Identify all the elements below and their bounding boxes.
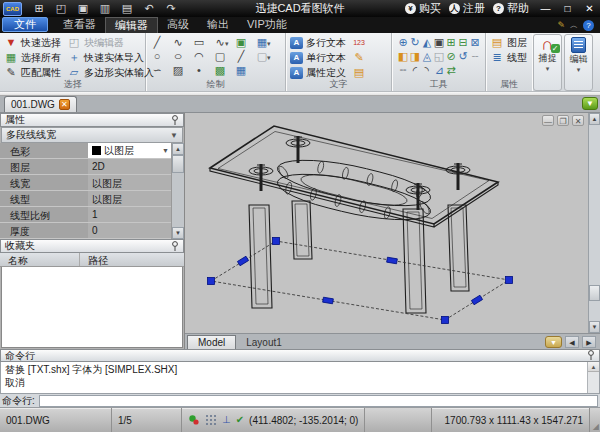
- polygon-icon[interactable]: ▢: [213, 50, 227, 63]
- menu-tab-advanced[interactable]: 高级: [158, 17, 198, 33]
- open-file-icon[interactable]: ◰: [53, 2, 69, 15]
- menu-tab-output[interactable]: 输出: [198, 17, 238, 33]
- quick-select-button[interactable]: ▼快速选择: [4, 35, 61, 50]
- command-scrollbar[interactable]: ▲: [587, 362, 599, 393]
- polyline-icon[interactable]: ∿: [171, 36, 185, 49]
- canvas-vertical-scrollbar[interactable]: ▲ ▼: [588, 113, 600, 333]
- hatch-icon[interactable]: ▨: [171, 64, 185, 77]
- help-button[interactable]: ?帮助: [491, 1, 531, 16]
- property-row-linetype-scale[interactable]: 线型比例1: [0, 207, 184, 223]
- scrollbar-thumb[interactable]: [172, 155, 184, 173]
- undo-icon[interactable]: ↶: [141, 2, 157, 15]
- layout-list-chevron-icon[interactable]: ▼: [545, 336, 562, 348]
- register-button[interactable]: 人注册: [447, 1, 487, 16]
- block-editor-button[interactable]: ◰块编辑器: [67, 35, 154, 50]
- arc-icon[interactable]: ◠: [192, 50, 206, 63]
- model-tab[interactable]: Model: [187, 335, 236, 349]
- property-row-lineweight[interactable]: 线宽以图层: [0, 175, 184, 191]
- property-row-layer[interactable]: 图层2D: [0, 159, 184, 175]
- favorites-list[interactable]: [1, 267, 183, 348]
- redo-icon[interactable]: ↷: [163, 2, 179, 15]
- drawing-canvas[interactable]: — ❐ ✕: [185, 113, 600, 333]
- favorites-path-column[interactable]: 路径: [80, 253, 160, 266]
- maximize-button[interactable]: □: [560, 3, 575, 14]
- rectangle-icon[interactable]: ▭: [192, 36, 206, 49]
- menu-tab-file[interactable]: 文件: [2, 17, 48, 32]
- ellipse-icon[interactable]: ○: [169, 50, 188, 63]
- command-history[interactable]: 替换 [TXT.shx] 字体为 [SIMPLEX.SHX] 取消 ▲: [0, 362, 600, 394]
- numbering-button[interactable]: 123: [352, 35, 366, 50]
- close-button[interactable]: ✕: [582, 3, 597, 14]
- snap-button[interactable]: ∩✓ 捕捉 ▾: [533, 34, 562, 91]
- offset-icon[interactable]: ⊠: [468, 36, 482, 49]
- panel-chevron-icon[interactable]: ▼: [582, 97, 598, 110]
- spline-icon[interactable]: ∿▾: [213, 36, 234, 49]
- resize-grip[interactable]: ◢: [590, 408, 600, 432]
- scroll-down-icon[interactable]: ▼: [589, 321, 600, 333]
- edit-text-button[interactable]: ✎: [352, 50, 366, 65]
- pin-icon[interactable]: [587, 350, 595, 361]
- circle-icon[interactable]: ○: [150, 50, 164, 63]
- menu-tab-vip[interactable]: VIP功能: [238, 17, 296, 33]
- construction-line-icon[interactable]: ╱: [234, 50, 248, 63]
- property-row-thickness[interactable]: 厚度0: [0, 223, 184, 239]
- ortho-icon[interactable]: ⊥: [222, 415, 231, 425]
- menu-tab-viewer[interactable]: 查看器: [54, 17, 105, 33]
- scroll-up-icon[interactable]: ▲: [589, 113, 600, 125]
- print-icon[interactable]: ▤: [119, 2, 135, 15]
- grid-snap-icon[interactable]: [205, 414, 217, 426]
- point-icon[interactable]: •: [192, 64, 206, 77]
- scrollbar-thumb[interactable]: [589, 285, 600, 301]
- property-row-linetype[interactable]: 线型以图层: [0, 191, 184, 207]
- dash-style-icon[interactable]: ╌: [468, 50, 482, 63]
- region-icon[interactable]: ▦▾: [255, 36, 276, 49]
- mdi-close-icon[interactable]: ✕: [572, 115, 584, 126]
- edit-mode-button[interactable]: 编辑 ▾: [564, 34, 593, 91]
- group-tool-icon[interactable]: ▢▾: [255, 50, 276, 63]
- entity-type-selector[interactable]: 多段线线宽▼: [1, 127, 183, 143]
- mdi-minimize-icon[interactable]: —: [542, 115, 554, 126]
- scale-icon[interactable]: ▣: [432, 36, 444, 49]
- block-insert-icon[interactable]: ▣: [234, 36, 248, 49]
- marker-icon[interactable]: [188, 414, 200, 426]
- save-as-icon[interactable]: ▥: [97, 2, 113, 15]
- line-icon[interactable]: ╱: [150, 36, 164, 49]
- pin-icon[interactable]: [171, 115, 179, 126]
- revision-cloud-icon[interactable]: ∽: [150, 64, 164, 77]
- tab-scroll-left-icon[interactable]: ◀: [565, 336, 579, 348]
- command-input[interactable]: [39, 395, 598, 407]
- properties-scrollbar[interactable]: ▲ ▼: [171, 143, 184, 239]
- mdi-restore-icon[interactable]: ❐: [557, 115, 569, 126]
- mini-help-icon[interactable]: ?: [583, 20, 594, 31]
- new-file-icon[interactable]: ⊞: [31, 2, 47, 15]
- collapse-ribbon-icon[interactable]: ︿: [570, 20, 578, 31]
- single-text-button[interactable]: A单行文本: [290, 50, 346, 65]
- scroll-down-icon[interactable]: ▼: [172, 227, 184, 239]
- buy-button[interactable]: ¥购买: [403, 1, 443, 16]
- pin-icon[interactable]: [171, 241, 179, 252]
- scroll-up-icon[interactable]: ▲: [588, 362, 599, 372]
- document-tab[interactable]: 001.DWG ✕: [4, 96, 77, 112]
- linetype-button[interactable]: ≣线型: [490, 50, 528, 65]
- favorites-name-column[interactable]: 名称: [0, 253, 80, 266]
- feedback-pen-icon[interactable]: ✎: [557, 20, 565, 30]
- selection-grips[interactable]: [208, 238, 513, 324]
- document-close-icon[interactable]: ✕: [59, 99, 70, 110]
- table-icon[interactable]: ▦: [234, 64, 248, 77]
- confirm-pen-icon[interactable]: ✔: [236, 415, 244, 425]
- layers-button[interactable]: ▤图层: [490, 35, 528, 50]
- layout1-tab[interactable]: Layout1: [236, 336, 292, 349]
- save-icon[interactable]: ▣: [75, 2, 91, 15]
- edit-dropdown-icon[interactable]: ▾: [577, 66, 581, 74]
- swap-icon[interactable]: ⇄: [444, 64, 458, 77]
- minimize-button[interactable]: —: [538, 3, 553, 14]
- app-logo[interactable]: CAD: [3, 2, 22, 16]
- snap-dropdown-icon[interactable]: ▾: [546, 65, 550, 73]
- quick-entity-import-button[interactable]: ＋快速实体导入: [67, 50, 154, 65]
- chevron-down-icon[interactable]: ▼: [162, 147, 171, 154]
- select-all-button[interactable]: ▦选择所有: [4, 50, 61, 65]
- tab-scroll-right-icon[interactable]: ▶: [582, 336, 596, 348]
- scroll-up-icon[interactable]: ▲: [172, 143, 184, 155]
- property-row-color[interactable]: 色彩 以图层▼: [0, 143, 184, 159]
- menu-tab-editor[interactable]: 编辑器: [105, 17, 158, 33]
